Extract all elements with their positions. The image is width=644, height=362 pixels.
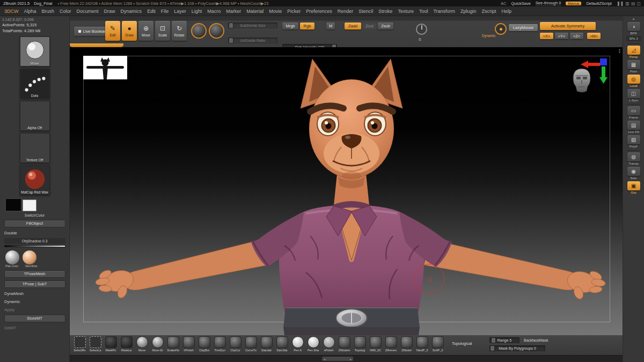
brush-tile[interactable]: MaskPe: [103, 336, 119, 352]
mrgb-button[interactable]: Mrgb: [282, 23, 298, 29]
flat-color-sphere[interactable]: [5, 250, 19, 264]
menu-item[interactable]: Draw: [101, 8, 118, 15]
sculpted-character-model[interactable]: [70, 47, 623, 335]
menu-item[interactable]: Preferences: [303, 8, 335, 15]
viewport-canvas[interactable]: ▲▼: [70, 47, 623, 335]
brush-tile[interactable]: ZModel: [399, 336, 414, 352]
brush-tile[interactable]: ZRemes: [383, 336, 399, 352]
menu-item[interactable]: Transform: [430, 8, 458, 15]
brush-tile[interactable]: IMM_3C: [368, 336, 383, 352]
symmetry-z-button[interactable]: >Z<: [570, 33, 583, 39]
brush-tile[interactable]: Pen Sha: [305, 336, 321, 352]
slider-handle[interactable]: [229, 23, 233, 28]
horizontal-scrollbar[interactable]: ◂ ▸: [322, 357, 353, 361]
subdivide-size-slider[interactable]: SubDivide Size: [228, 23, 277, 28]
right-tray-lsym[interactable]: ◫ L.Sym: [626, 89, 642, 102]
brush-tile[interactable]: hPolish: [181, 336, 196, 352]
lazymouse-button[interactable]: LazyMouse: [509, 24, 538, 31]
menu-item[interactable]: Movie: [266, 8, 284, 15]
menu-item[interactable]: Macro: [204, 8, 223, 15]
scroll-left-icon[interactable]: ◂: [324, 357, 325, 361]
right-tray-frame[interactable]: ▭ Frame: [626, 106, 642, 119]
menu-item[interactable]: Stroke: [376, 8, 395, 15]
skin-shade-sphere[interactable]: [23, 250, 36, 264]
menu-item[interactable]: Stencil: [356, 8, 376, 15]
draw-button[interactable]: ● Draw: [122, 21, 137, 41]
edit-button[interactable]: ✎ Edit: [105, 21, 120, 41]
stroke-selector-thumbnail[interactable]: Dots: [20, 69, 50, 99]
menu-item[interactable]: Color: [57, 8, 74, 15]
right-tray-grp[interactable]: ▣ Grp: [626, 181, 642, 194]
slider-handle[interactable]: [229, 38, 233, 43]
see-through-slider[interactable]: See-through 0: [536, 1, 561, 6]
brush-tile[interactable]: SnakeHo: [165, 336, 181, 352]
brush-tile[interactable]: SelectRe: [72, 336, 87, 352]
undivide-ratio-slider[interactable]: UnDivide Ratio: [228, 38, 277, 43]
menu-item[interactable]: Zplugin: [458, 8, 479, 15]
right-tray-persp[interactable]: ◿ Persp: [626, 46, 642, 58]
obj-shadow-slider[interactable]: ObjShadow 0.3: [4, 238, 65, 244]
brush-tile[interactable]: TrimDyn: [212, 336, 228, 352]
menu-item[interactable]: Edit: [144, 8, 158, 15]
brush-selector-thumbnail[interactable]: Move: [20, 36, 50, 67]
secondary-color-swatch[interactable]: [23, 200, 36, 211]
menu-item[interactable]: 3DCW: [2, 8, 21, 15]
symmetry-x-button[interactable]: >X<: [540, 33, 553, 39]
dynamic-toggle[interactable]: Dynamic: [0, 299, 69, 304]
symmetry-m-button[interactable]: >M<: [587, 33, 601, 39]
dynamesh-section-label[interactable]: DynaMesh: [0, 291, 69, 296]
menu-item[interactable]: Texture: [395, 8, 416, 15]
brush-tile[interactable]: Move El: [150, 336, 165, 352]
right-tray-transp[interactable]: ◍ Transp: [626, 152, 642, 165]
menu-item[interactable]: Tool: [416, 8, 431, 15]
range-slider[interactable]: Range 5: [489, 337, 519, 343]
menu-item[interactable]: Zscript: [479, 8, 499, 15]
menu-item[interactable]: Help: [499, 8, 515, 15]
rotate-button[interactable]: ↻ Rotate: [172, 21, 187, 41]
brush-tile[interactable]: SoftP_3: [430, 336, 445, 352]
brush-tile[interactable]: sPolish: [321, 336, 336, 352]
layout-icon-4[interactable]: ◫: [636, 1, 641, 6]
menu-item[interactable]: Alpha: [21, 8, 39, 15]
activate-symmetry-button[interactable]: Activate Symmetry: [540, 22, 596, 30]
menus-button[interactable]: Menus: [566, 2, 581, 5]
menu-item[interactable]: File: [158, 8, 172, 15]
brush-tile[interactable]: DamSta: [274, 336, 290, 352]
right-tray-bpr[interactable]: ◑ BPR: [626, 22, 642, 35]
scroll-right-icon[interactable]: ▸: [350, 357, 352, 361]
menu-item[interactable]: Picker: [284, 8, 303, 15]
switch-color-button[interactable]: SwitchColor: [0, 213, 69, 217]
menu-item[interactable]: Document: [74, 8, 101, 15]
material-selector-thumbnail[interactable]: MatCap Red Wax: [20, 165, 50, 195]
backface-mask-button[interactable]: BackfaceMask: [524, 338, 548, 342]
menu-item[interactable]: Layer: [171, 8, 189, 15]
window-layout-icons[interactable]: ❚❚ ▥ ▤ ◫: [617, 1, 641, 6]
menu-item[interactable]: Marker: [223, 8, 244, 15]
fill-object-button[interactable]: FillObject: [4, 220, 65, 227]
layout-icon-3[interactable]: ▤: [631, 1, 635, 6]
topological-button[interactable]: Topological: [452, 341, 472, 346]
spix-slider[interactable]: SPix 3: [626, 36, 641, 41]
right-tray-solo[interactable]: ◉ Solo: [626, 167, 642, 180]
layout-icon-2[interactable]: ▥: [625, 1, 630, 6]
slider-handle[interactable]: [492, 338, 495, 343]
brush-tile[interactable]: SelectLa: [87, 336, 103, 352]
brush-tile[interactable]: CurveTu: [243, 336, 259, 352]
alpha-selector-thumbnail[interactable]: Alpha Off: [20, 101, 50, 131]
color-swatches[interactable]: [5, 198, 69, 212]
symmetry-y-button[interactable]: >Y<: [555, 33, 568, 39]
camera-orientation-gizmo[interactable]: [569, 58, 612, 95]
brush-tile[interactable]: ClipCur: [228, 336, 243, 352]
main-color-swatch[interactable]: [5, 198, 21, 211]
menu-item[interactable]: Render: [335, 8, 356, 15]
menu-item[interactable]: Brush: [39, 8, 57, 15]
brush-tile[interactable]: MaskLa: [119, 336, 134, 352]
brush-tile[interactable]: ClayBui: [196, 336, 212, 352]
alt-brush-preview[interactable]: [209, 23, 224, 39]
zadd-button[interactable]: Zadd: [345, 23, 361, 29]
menu-item[interactable]: Light: [189, 8, 205, 15]
double-toggle[interactable]: Double: [0, 231, 69, 235]
tpose-mesh-button[interactable]: TPoseMesh: [4, 270, 65, 278]
store-mt-button[interactable]: StoreMT: [4, 315, 65, 322]
brush-tile[interactable]: Move: [134, 336, 150, 352]
